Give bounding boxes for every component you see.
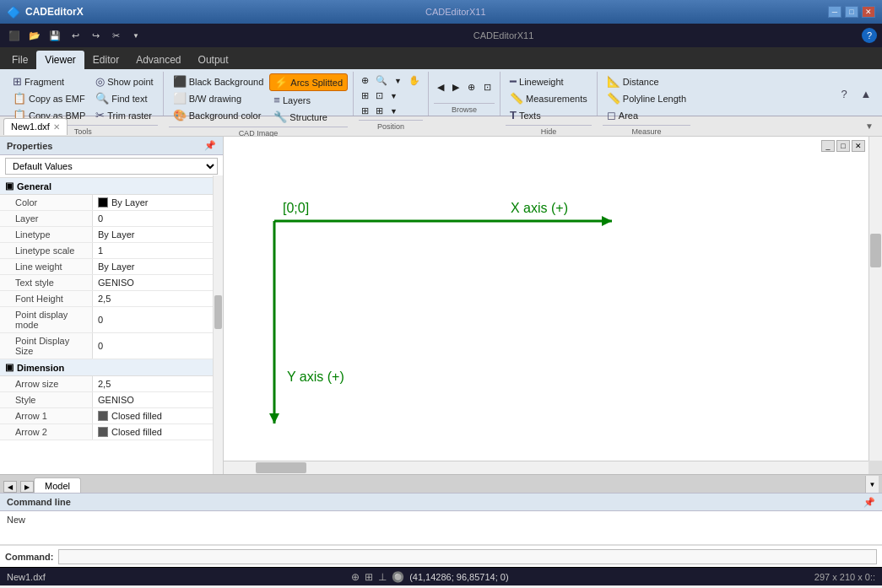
area-button[interactable]: ◻Area — [603, 107, 690, 123]
browse-back-button[interactable]: ◀ — [434, 80, 447, 94]
canvas-restore-btn[interactable]: □ — [836, 140, 850, 152]
document-tab[interactable]: New1.dxf ✕ — [3, 118, 68, 135]
redo-button[interactable]: ↪ — [86, 26, 105, 45]
trim-raster-button[interactable]: ✂Trim raster — [91, 107, 157, 123]
document-tab-close[interactable]: ✕ — [53, 122, 60, 132]
pos-btn-5b[interactable]: ▼ — [387, 89, 400, 103]
ribbon-help-button[interactable]: ? — [835, 84, 853, 103]
help-icon[interactable]: ? — [862, 28, 877, 43]
command-input[interactable] — [58, 549, 877, 564]
command-output: New — [0, 511, 882, 545]
canvas-vscrollbar[interactable] — [868, 137, 882, 461]
minimize-button[interactable]: ─ — [828, 6, 841, 18]
scissors-button[interactable]: ✂ — [106, 26, 125, 45]
prop-value-font-height[interactable]: 2,5 — [93, 291, 223, 306]
canvas-hscrollbar[interactable] — [224, 461, 868, 474]
new-button[interactable]: ⬛ — [5, 26, 24, 45]
maximize-button[interactable]: □ — [845, 6, 858, 18]
undo-button[interactable]: ↩ — [66, 26, 84, 45]
bw-drawing-button[interactable]: ⬜B/W drawing — [169, 90, 268, 106]
status-dimensions: 297 x 210 x 0:: — [814, 572, 875, 582]
tab-editor[interactable]: Editor — [84, 51, 127, 69]
texts-button[interactable]: TTexts — [506, 107, 592, 123]
browse-zoom-button[interactable]: ⊕ — [464, 80, 479, 94]
status-icon-grid[interactable]: ⊞ — [365, 571, 373, 583]
browse-forward-button[interactable]: ▶ — [449, 80, 463, 94]
pos-btn-3[interactable]: ✋ — [406, 73, 423, 88]
pos-btn-7b[interactable]: ▼ — [387, 104, 400, 118]
section-dimension-label: Dimension — [17, 363, 64, 373]
section-general-label: General — [17, 181, 51, 192]
doc-tab-dropdown[interactable]: ▼ — [860, 120, 879, 132]
properties-pin[interactable]: 📌 — [204, 140, 216, 151]
status-icon-snap[interactable]: ⊕ — [351, 571, 360, 583]
pos-btn-2b[interactable]: ▼ — [392, 73, 404, 88]
position-buttons: ⊕ 🔍 ▼ ✋ ⊞ ⊡ ▼ ⊞ ⊞ ▼ — [359, 73, 423, 118]
pos-btn-1[interactable]: ⊕ — [359, 73, 371, 88]
prop-value-arrow2[interactable]: Closed filled — [93, 424, 223, 440]
canvas-close-btn[interactable]: ✕ — [852, 140, 865, 152]
prop-value-arrow-size[interactable]: 2,5 — [93, 376, 223, 391]
command-input-row: Command: — [0, 545, 882, 567]
model-nav-right[interactable]: ▶ — [20, 481, 34, 493]
ribbon-group-position: ⊕ 🔍 ▼ ✋ ⊞ ⊡ ▼ ⊞ ⊞ ▼ Position — [354, 72, 429, 116]
show-point-button[interactable]: ◎Show point — [91, 73, 157, 89]
fragment-button[interactable]: ⊞Fragment — [8, 73, 89, 89]
save-button[interactable]: 💾 — [46, 26, 64, 45]
properties-scrollbar[interactable] — [213, 175, 223, 474]
pos-btn-2[interactable]: 🔍 — [373, 73, 390, 88]
status-icon-ortho[interactable]: ⊥ — [378, 571, 387, 583]
prop-value-color[interactable]: By Layer — [93, 195, 223, 210]
canvas-minimize-btn[interactable]: _ — [821, 140, 835, 152]
copy-emf-button[interactable]: 📋Copy as EMF — [8, 90, 89, 106]
pos-btn-4[interactable]: ⊞ — [359, 89, 371, 103]
command-line-pin[interactable]: 📌 — [863, 497, 875, 508]
arcs-splitted-button[interactable]: ⚡Arcs Splitted — [269, 73, 348, 91]
status-filename: New1.dxf — [7, 572, 46, 582]
prop-value-layer[interactable]: 0 — [93, 211, 223, 226]
open-button[interactable]: 📂 — [25, 26, 44, 45]
status-icons: ⊕ ⊞ ⊥ 🔘 (41,14286; 96,85714; 0) — [351, 571, 508, 583]
tab-output[interactable]: Output — [190, 51, 237, 69]
properties-panel: Properties 📌 Default Values ▣ General Co… — [0, 137, 224, 474]
find-text-button[interactable]: 🔍Find text — [91, 90, 157, 106]
black-background-button[interactable]: ⬛Black Background — [169, 73, 268, 89]
prop-value-linetype-scale[interactable]: 1 — [93, 243, 223, 258]
layers-button[interactable]: ≡Layers — [269, 92, 348, 108]
status-icon-mode[interactable]: 🔘 — [392, 571, 404, 583]
properties-select[interactable]: Default Values — [5, 158, 218, 175]
properties-scroll-thumb — [214, 295, 222, 329]
lineweight-button[interactable]: ━Lineweight — [506, 73, 592, 89]
prop-row-point-display-mode: Point display mode 0 — [0, 307, 223, 333]
model-scrollbar-btn[interactable]: ▼ — [865, 476, 879, 493]
dropdown-button[interactable]: ▼ — [127, 26, 145, 45]
prop-value-point-display-size[interactable]: 0 — [93, 333, 223, 359]
pos-btn-7[interactable]: ⊞ — [373, 104, 386, 118]
pos-btn-6[interactable]: ⊞ — [359, 104, 371, 118]
prop-value-linetype[interactable]: By Layer — [93, 227, 223, 242]
prop-value-text-style[interactable]: GENISO — [93, 275, 223, 290]
measurements-button[interactable]: 📏Measurements — [506, 90, 592, 106]
prop-value-point-display-mode[interactable]: 0 — [93, 307, 223, 332]
browse-fit-button[interactable]: ⊡ — [480, 80, 495, 94]
prop-section-dimension[interactable]: ▣ Dimension — [0, 359, 223, 376]
tab-viewer[interactable]: Viewer — [36, 51, 84, 69]
distance-button[interactable]: 📐Distance — [603, 73, 690, 89]
canvas-area[interactable]: _ □ ✕ [0;0] X axis (+) Y axis (+) — [224, 137, 882, 474]
model-tab[interactable]: Model — [34, 477, 81, 493]
bg-color-button[interactable]: 🎨Background color — [169, 107, 268, 123]
pos-btn-5[interactable]: ⊡ — [373, 89, 386, 103]
status-coords: (41,14286; 96,85714; 0) — [409, 572, 508, 582]
close-button[interactable]: ✕ — [862, 6, 875, 18]
prop-section-general[interactable]: ▣ General — [0, 178, 223, 195]
prop-value-arrow1[interactable]: Closed filled — [93, 408, 223, 423]
prop-value-lineweight[interactable]: By Layer — [93, 259, 223, 274]
model-nav-left[interactable]: ◀ — [3, 481, 17, 493]
polyline-length-button[interactable]: 📏Polyline Length — [603, 90, 690, 106]
ribbon: ⊞Fragment 📋Copy as EMF 📋Copy as BMP ◎Sho… — [0, 69, 882, 116]
tab-advanced[interactable]: Advanced — [127, 51, 189, 69]
ribbon-collapse-button[interactable]: ▲ — [857, 84, 875, 103]
tab-file[interactable]: File — [3, 51, 36, 69]
structure-button[interactable]: 🔧Structure — [269, 109, 348, 125]
prop-value-style[interactable]: GENISO — [93, 392, 223, 407]
